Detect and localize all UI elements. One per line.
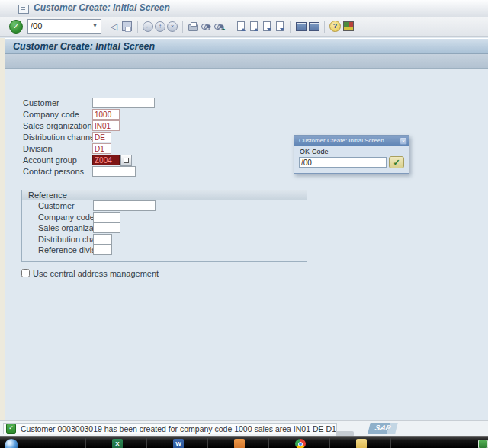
save-icon[interactable] [121,21,133,33]
sales-organization-input[interactable] [92,120,120,131]
account-group-input[interactable] [92,155,120,165]
window-title: Customer Create: Initial Screen [34,2,170,13]
folder-app-icon[interactable] [356,439,367,448]
documents-app-icon[interactable] [234,439,245,448]
success-check-icon: ✓ [6,424,16,434]
taskbar-divider [268,438,269,448]
windows-taskbar: X W [0,436,488,448]
page-title: Customer Create: Initial Screen [13,41,155,52]
customer-label: Customer [23,98,59,107]
enter-button-icon[interactable]: ✓ [9,20,23,34]
left-edge-strip [0,38,5,420]
taskbar-divider [207,438,208,448]
print-icon[interactable] [188,21,199,33]
word-app-icon[interactable]: W [173,439,184,448]
toolbar-divider [290,21,291,33]
reference-division-input[interactable] [93,245,112,255]
transaction-screen-icon [18,5,29,14]
reference-company-code-label: Company code [38,213,95,222]
central-address-label: Use central address management [33,269,159,278]
command-input[interactable] [29,21,90,30]
confirm-check-button[interactable]: ✓ [389,156,404,168]
distribution-channel-label: Distribution channel [23,133,97,142]
status-bar: ✓ Customer 0003003019 has been created f… [0,420,488,436]
matchcode-search-icon[interactable] [120,155,132,166]
sap-gui-window: Customer Create: Initial Screen ✓ ▾ + Cu… [0,0,488,448]
application-toolbar [0,54,488,69]
taskbar-divider [146,438,147,448]
first-page-icon[interactable] [235,21,246,33]
toolbar-divider [324,21,325,33]
toolbar-divider [137,21,138,33]
company-code-input[interactable] [92,109,120,120]
reference-customer-input[interactable] [93,200,156,211]
close-icon[interactable]: × [400,137,407,145]
distribution-channel-input[interactable] [92,132,111,142]
create-shortcut-icon[interactable] [308,21,319,33]
screen-title-bar: Customer Create: Initial Screen [0,38,488,54]
windows-start-icon[interactable] [5,439,18,448]
taskbar-divider [85,438,86,448]
contact-persons-input[interactable] [92,166,136,177]
command-field[interactable]: ▾ [27,19,101,34]
excel-app-icon[interactable]: X [112,439,123,448]
division-input[interactable] [92,143,111,154]
previous-page-icon[interactable] [248,21,259,33]
reference-groupbox-header: Reference [22,190,307,200]
help-icon[interactable] [329,21,341,33]
taskbar-divider [329,438,330,448]
system-back-icon[interactable] [143,21,153,33]
dialog-titlebar[interactable]: Customer Create: Initial Screen × [294,136,409,146]
division-label: Division [23,144,53,153]
reference-sales-organization-input[interactable] [93,222,120,233]
reference-title: Reference [28,190,67,200]
central-address-checkbox[interactable] [21,269,30,277]
ok-code-dialog[interactable]: Customer Create: Initial Screen × OK-Cod… [294,135,409,174]
sap-logo: SAP [368,423,397,434]
sales-organization-label: Sales organization [23,121,92,130]
contact-persons-label: Contact persons [23,167,84,176]
account-group-label: Account group [23,155,77,165]
chrome-app-icon[interactable] [295,439,306,448]
toolbar-divider [182,21,183,33]
status-message-box[interactable]: ✓ Customer 0003003019 has been created f… [3,423,337,434]
customer-input[interactable] [92,98,155,108]
toolbar-divider [230,21,230,33]
status-message: Customer 0003003019 has been created for… [21,424,336,434]
system-exit-icon[interactable] [155,21,165,33]
ok-code-input[interactable] [299,157,387,168]
system-cancel-icon[interactable] [167,21,178,33]
reference-customer-label: Customer [38,201,75,210]
standard-toolbar: ✓ ▾ + [0,17,488,37]
company-code-label: Company code [23,110,79,119]
tray-green-indicator-icon[interactable] [478,440,488,448]
new-session-icon[interactable] [295,21,307,33]
taskbar-divider [390,438,391,448]
ok-code-label: OK-Code [300,148,329,155]
reference-distribution-channel-input[interactable] [93,234,112,245]
dialog-title: Customer Create: Initial Screen [299,137,384,144]
customize-layout-icon[interactable] [342,21,354,33]
find-next-icon[interactable]: + [214,21,225,33]
back-icon[interactable] [108,21,120,33]
chevron-down-icon[interactable]: ▾ [90,21,100,30]
window-titlebar: Customer Create: Initial Screen [0,0,488,18]
next-page-icon[interactable] [261,21,272,33]
last-page-icon[interactable] [274,21,285,33]
find-icon[interactable] [201,21,212,33]
reference-company-code-input[interactable] [93,212,120,222]
